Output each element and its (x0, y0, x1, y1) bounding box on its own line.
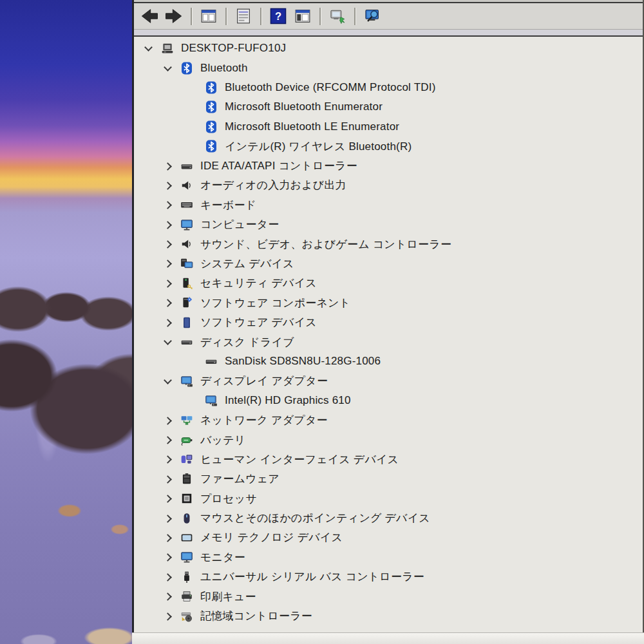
tree-item-label: Microsoft Bluetooth LE Enumerator (225, 120, 399, 133)
tree-item-label: 印刷キュー (200, 589, 256, 604)
scan-hardware-changes-button[interactable] (327, 6, 348, 26)
firmware-icon (180, 473, 193, 486)
display-icon (205, 394, 218, 407)
tree-item-label: ソフトウェア コンポーネント (200, 296, 350, 310)
forward-arrow-icon (166, 10, 182, 23)
tree-item-usb-controllers[interactable]: ユニバーサル シリアル バス コントローラー (134, 567, 643, 587)
chevron-right-icon[interactable] (162, 493, 174, 504)
tree-item-label: ソフトウェア デバイス (200, 315, 317, 330)
battery-icon (180, 433, 193, 446)
tree-item-label: コンピューター (200, 217, 279, 232)
tree-item-audio-inputs-outputs[interactable]: オーディオの入力および出力 (134, 176, 643, 195)
chevron-right-icon[interactable] (162, 591, 174, 602)
bluetooth-icon (205, 140, 218, 153)
chevron-down-icon[interactable] (162, 336, 174, 348)
tree-item-ide-ata-atapi[interactable]: IDE ATA/ATAPI コントローラー (134, 156, 643, 175)
chevron-right-icon[interactable] (162, 297, 174, 308)
chevron-down-icon[interactable] (162, 62, 174, 74)
tree-item-ms-bluetooth-enumerator[interactable]: Microsoft Bluetooth Enumerator (134, 97, 643, 117)
tree-item-software-devices[interactable]: ソフトウェア デバイス (134, 312, 643, 332)
tree-item-monitors[interactable]: モニター (134, 547, 643, 567)
tree-item-label: マウスとそのほかのポインティング デバイス (200, 511, 430, 526)
tree-item-sandisk-sd8sn8u[interactable]: SanDisk SD8SN8U-128G-1006 (134, 352, 643, 371)
tree-item-keyboards[interactable]: キーボード (134, 195, 643, 214)
chevron-right-icon[interactable] (162, 180, 174, 191)
tree-item-firmware[interactable]: ファームウェア (134, 469, 643, 489)
chevron-down-icon[interactable] (143, 43, 155, 54)
tree-item-sound-video-game[interactable]: サウンド、ビデオ、およびゲーム コントローラー (134, 234, 643, 254)
tree-item-label: サウンド、ビデオ、およびゲーム コントローラー (200, 237, 451, 252)
drive-icon (180, 160, 193, 173)
tree-item-label: モニター (200, 550, 245, 565)
toolbar-separator (260, 8, 261, 25)
chevron-right-icon[interactable] (162, 199, 174, 211)
help-question-icon: ? (270, 8, 287, 24)
chevron-right-icon[interactable] (162, 473, 174, 485)
back-button[interactable] (139, 6, 160, 26)
window-bottom-edge (132, 632, 644, 644)
help-button[interactable]: ? (268, 6, 289, 26)
tree-item-bluetooth-rfcomm[interactable]: Bluetooth Device (RFCOMM Protocol TDI) (134, 78, 643, 97)
tree-item-ms-bluetooth-le-enumerator[interactable]: Microsoft Bluetooth LE Enumerator (134, 117, 643, 137)
properties-document-icon (235, 8, 252, 24)
chevron-right-icon[interactable] (162, 415, 174, 426)
svg-text:?: ? (275, 10, 281, 23)
show-action-pane-button[interactable] (292, 6, 313, 26)
chevron-right-icon[interactable] (162, 317, 174, 328)
tree-item-processors[interactable]: プロセッサ (134, 489, 643, 508)
tree-item-print-queues[interactable]: 印刷キュー (134, 587, 643, 606)
tree-item-security-devices[interactable]: セキュリティ デバイス (134, 274, 643, 293)
chevron-down-icon[interactable] (162, 375, 174, 387)
tree-item-disk-drives[interactable]: ディスク ドライブ (134, 332, 643, 352)
chevron-right-icon[interactable] (162, 219, 174, 231)
storage-icon (180, 610, 193, 623)
tree-item-computers[interactable]: コンピューター (134, 215, 643, 234)
chevron-right-icon[interactable] (162, 611, 174, 622)
tree-item-label: メモリ テクノロジ デバイス (200, 530, 343, 545)
window-panes-icon (294, 8, 311, 24)
chevron-right-icon[interactable] (162, 513, 174, 524)
tree-item-label: Intel(R) HD Graphics 610 (225, 394, 351, 407)
tree-item-display-adapters[interactable]: ディスプレイ アダプター (134, 372, 643, 391)
tree-item-mice-pointing-devices[interactable]: マウスとそのほかのポインティング デバイス (134, 508, 643, 527)
monitor-icon (180, 218, 193, 231)
tree-item-human-interface-devices[interactable]: ヒューマン インターフェイス デバイス (134, 450, 643, 469)
chevron-right-icon[interactable] (162, 160, 174, 172)
tree-item-network-adapters[interactable]: ネットワーク アダプター (134, 410, 643, 430)
chevron-right-icon[interactable] (162, 453, 174, 465)
tree-item-label: DESKTOP-FUFO10J (181, 42, 286, 55)
properties-button[interactable] (233, 6, 254, 26)
toolbar-separator (191, 8, 192, 25)
tree-item-software-components[interactable]: ソフトウェア コンポーネント (134, 293, 643, 312)
toolbar-separator (354, 8, 355, 25)
remote-computer-search-button[interactable] (362, 6, 383, 26)
hid-icon (180, 453, 193, 466)
tree-item-bluetooth[interactable]: Bluetooth (134, 58, 643, 77)
chevron-right-icon[interactable] (162, 551, 174, 563)
tree-item-label: システム デバイス (200, 256, 294, 271)
tree-item-batteries[interactable]: バッテリ (134, 430, 643, 450)
network-icon (180, 414, 193, 427)
chevron-right-icon[interactable] (162, 532, 174, 544)
disk-icon (180, 336, 193, 348)
toolbar-separator (319, 8, 321, 25)
memcard-icon (180, 531, 193, 544)
printer-icon (180, 590, 193, 603)
tree-item-storage-controllers[interactable]: 記憶域コントローラー (134, 606, 643, 625)
show-console-tree-button[interactable] (198, 6, 219, 26)
toolbar-lower-strip (134, 29, 643, 37)
chevron-right-icon[interactable] (162, 434, 174, 446)
tree-item-memory-technology-devices[interactable]: メモリ テクノロジ デバイス (134, 528, 643, 547)
tree-item-intel-wireless-bluetooth[interactable]: インテル(R) ワイヤレス Bluetooth(R) (134, 137, 643, 156)
tree-item-label: プロセッサ (200, 491, 257, 506)
forward-button[interactable] (164, 6, 184, 26)
tree-item-intel-hd-graphics-610[interactable]: Intel(R) HD Graphics 610 (134, 391, 643, 410)
tree-item-computer-desktop-fufo10j[interactable]: DESKTOP-FUFO10J (134, 39, 643, 58)
chevron-right-icon[interactable] (162, 571, 174, 583)
tree-item-system-devices[interactable]: システム デバイス (134, 254, 643, 273)
chevron-right-icon[interactable] (162, 238, 174, 250)
chevron-right-icon[interactable] (162, 278, 174, 289)
bluetooth-icon (205, 81, 218, 94)
security-icon (180, 277, 193, 290)
chevron-right-icon[interactable] (162, 258, 174, 269)
